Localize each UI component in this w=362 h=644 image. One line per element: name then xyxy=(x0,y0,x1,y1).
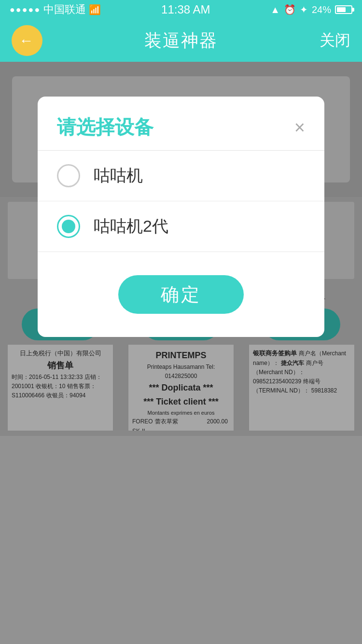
status-right: ▲ ⏰ ✦ 24% xyxy=(270,4,352,15)
back-button[interactable]: ← xyxy=(12,25,42,56)
radio-circle-1 xyxy=(57,164,80,187)
radio-option-2[interactable]: 咕咕机2代 xyxy=(38,201,324,252)
carrier-label: 中国联通 xyxy=(43,2,86,17)
confirm-btn-wrap: 确定 xyxy=(38,252,324,314)
nav-title: 装逼神器 xyxy=(144,29,218,53)
nav-bar: ← 装逼神器 关闭 xyxy=(0,19,362,62)
dialog-close-button[interactable]: × xyxy=(294,118,305,137)
alarm-icon: ⏰ xyxy=(284,4,296,15)
status-left: ●●●●● 中国联通 📶 xyxy=(10,2,101,17)
dialog-header: 请选择设备 × xyxy=(38,97,324,151)
radio-option-1[interactable]: 咕咕机 xyxy=(38,151,324,201)
status-time: 11:38 AM xyxy=(161,3,210,16)
status-bar: ●●●●● 中国联通 📶 11:38 AM ▲ ⏰ ✦ 24% xyxy=(0,0,362,19)
back-arrow-icon: ← xyxy=(19,32,34,49)
device-select-dialog: 请选择设备 × 咕咕机 咕咕机2代 确定 xyxy=(38,97,324,337)
location-icon: ▲ xyxy=(270,4,280,15)
battery-percent: 24% xyxy=(312,4,331,15)
dialog-title: 请选择设备 xyxy=(57,114,153,140)
signal-dots: ●●●●● xyxy=(10,5,41,15)
battery-icon xyxy=(335,5,352,14)
radio-label-1: 咕咕机 xyxy=(94,165,143,187)
radio-circle-2 xyxy=(57,215,80,238)
wifi-icon: 📶 xyxy=(89,4,101,15)
confirm-button[interactable]: 确定 xyxy=(118,275,244,314)
radio-inner-2 xyxy=(62,220,75,233)
close-nav-button[interactable]: 关闭 xyxy=(320,30,350,51)
bluetooth-icon: ✦ xyxy=(300,4,308,15)
radio-label-2: 咕咕机2代 xyxy=(94,215,168,238)
